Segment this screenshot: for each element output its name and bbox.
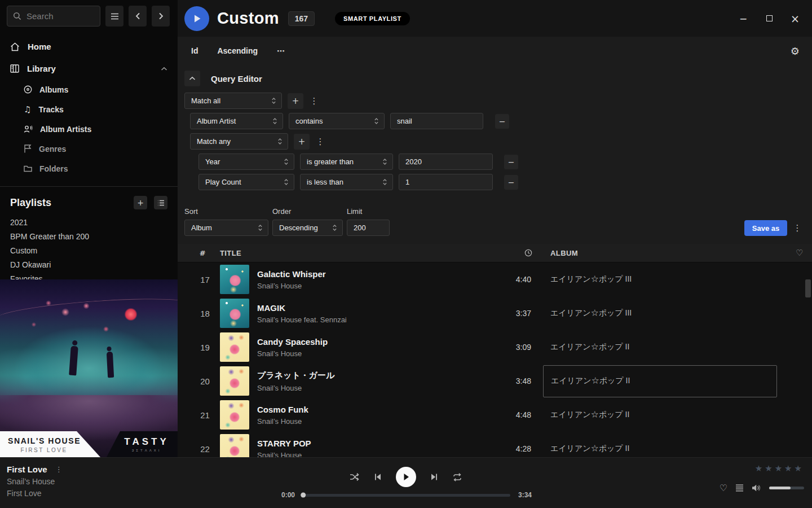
group-menu-button[interactable]: ⋮: [315, 137, 325, 147]
sort-field[interactable]: Id: [191, 46, 198, 55]
remove-rule-button[interactable]: −: [504, 175, 518, 190]
table-row[interactable]: 20 プラネット・ガールSnail’s House 3:48 エイリアン☆ポップ…: [178, 364, 812, 398]
column-favorite heart-icon[interactable]: ♡: [787, 248, 812, 258]
track-album[interactable]: エイリアン☆ポップ III: [550, 296, 787, 330]
playlist-list-button[interactable]: [154, 196, 167, 209]
repeat-button[interactable]: [452, 473, 462, 481]
group-menu-button[interactable]: ⋮: [309, 96, 319, 106]
match-select[interactable]: Match any: [190, 133, 288, 150]
scrollbar-thumb[interactable]: [805, 279, 811, 297]
track-title[interactable]: プラネット・ガール: [257, 370, 488, 381]
rule-field-select[interactable]: Album Artist: [190, 113, 283, 129]
volume-button[interactable]: [752, 484, 761, 492]
rule-value-input[interactable]: [390, 113, 483, 129]
table-row[interactable]: 17 Galactic WhisperSnail’s House 4:40 エイ…: [178, 262, 812, 296]
track-album[interactable]: エイリアン☆ポップ III: [550, 262, 787, 296]
seek-bar[interactable]: [302, 494, 510, 497]
queue-button[interactable]: [735, 484, 744, 492]
track-artist[interactable]: Snail’s House feat. Sennzai: [257, 316, 488, 324]
search-box[interactable]: [7, 6, 100, 27]
now-playing-artist[interactable]: Snail’s House: [7, 477, 63, 486]
minimize-button[interactable]: −: [738, 13, 749, 24]
playlist-item[interactable]: 2021: [0, 215, 178, 229]
close-button[interactable]: ×: [789, 12, 801, 25]
column-album[interactable]: ALBUM: [550, 249, 787, 257]
sidebar-item-albums[interactable]: Albums: [0, 80, 178, 99]
sidebar-item-home[interactable]: Home: [0, 36, 178, 58]
search-input[interactable]: [27, 11, 89, 21]
play-pause-button[interactable]: [396, 467, 416, 487]
remove-rule-button[interactable]: −: [504, 155, 518, 169]
rule-value-input[interactable]: [399, 174, 493, 190]
more-options[interactable]: ⋯: [277, 46, 285, 55]
menu-button[interactable]: [105, 6, 123, 27]
track-artist[interactable]: Snail’s House: [257, 349, 488, 358]
column-number[interactable]: #: [178, 249, 220, 257]
maximize-button[interactable]: [764, 15, 775, 21]
column-title[interactable]: TITLE: [220, 249, 500, 257]
track-title[interactable]: MAGIK: [257, 303, 488, 313]
favorite-button heart-icon[interactable]: ♡: [720, 483, 727, 493]
cover-artist-banner: SNAIL'S HOUSE FIRST LOVE: [0, 431, 100, 457]
track-title[interactable]: Cosmo Funk: [257, 405, 488, 414]
query-editor: Query Editor Match all + ⋮ Album Artist …: [178, 65, 812, 244]
add-rule-button[interactable]: +: [288, 93, 303, 109]
volume-slider[interactable]: [769, 487, 804, 489]
shuffle-button[interactable]: [350, 472, 360, 481]
limit-input[interactable]: [347, 220, 390, 236]
chevron-left-icon: [135, 12, 140, 20]
previous-button[interactable]: [374, 473, 382, 481]
now-playing-cover[interactable]: SNAIL'S HOUSE FIRST LOVE TASTY ЗΣTΛΛXI: [0, 279, 178, 457]
match-select[interactable]: Match all: [184, 93, 282, 109]
track-artist[interactable]: Snail’s House: [257, 384, 488, 392]
playlist-item[interactable]: BPM Greater than 200: [0, 229, 178, 243]
rule-op-select[interactable]: is greater than: [300, 154, 393, 170]
rating-stars[interactable]: ★★★★★: [755, 463, 804, 474]
track-title[interactable]: Galactic Whisper: [257, 269, 488, 279]
add-playlist-button[interactable]: +: [134, 196, 147, 209]
sidebar-item-library[interactable]: Library: [0, 58, 178, 80]
rule-op-select[interactable]: contains: [289, 113, 385, 129]
collapse-query-button[interactable]: [184, 71, 200, 86]
play-icon: [193, 14, 201, 23]
add-rule-button[interactable]: +: [294, 134, 310, 150]
sidebar-item-album-artists[interactable]: Album Artists: [0, 119, 178, 139]
track-title[interactable]: Candy Spaceship: [257, 337, 488, 347]
gear-icon[interactable]: ⚙: [791, 45, 800, 57]
table-row[interactable]: 18 MAGIKSnail’s House feat. Sennzai 3:37…: [178, 296, 812, 330]
seek-handle[interactable]: [301, 493, 306, 498]
save-as-button[interactable]: Save as: [744, 220, 787, 236]
order-select[interactable]: Descending: [272, 220, 343, 236]
back-button[interactable]: [129, 6, 147, 27]
rule-field-select[interactable]: Play Count: [198, 174, 294, 190]
save-menu-button[interactable]: ⋮: [792, 223, 802, 233]
rule-op-select[interactable]: is less than: [300, 174, 393, 190]
chevron-up-icon[interactable]: [161, 67, 167, 71]
track-artist[interactable]: Snail’s House: [257, 417, 488, 426]
sort-select[interactable]: Album: [184, 220, 268, 236]
now-playing-menu-button[interactable]: ⋮: [55, 465, 63, 474]
track-title[interactable]: STARRY POP: [257, 439, 488, 448]
track-number: 19: [178, 343, 220, 352]
playlist-item[interactable]: DJ Okawari: [0, 257, 178, 271]
sidebar-item-genres[interactable]: Genres: [0, 139, 178, 159]
remove-rule-button[interactable]: −: [495, 114, 509, 129]
track-album-focused[interactable]: エイリアン☆ポップ II: [543, 365, 777, 397]
sidebar-item-folders[interactable]: Folders: [0, 159, 178, 178]
table-row[interactable]: 19 Candy SpaceshipSnail’s House 3:09 エイリ…: [178, 330, 812, 364]
playlist-item[interactable]: Custom: [0, 243, 178, 257]
rule-field-select[interactable]: Year: [198, 154, 294, 170]
play-playlist-button[interactable]: [184, 6, 209, 31]
select-chevrons-icon: [382, 178, 387, 186]
now-playing-album[interactable]: First Love: [7, 489, 63, 498]
track-artist[interactable]: Snail’s House: [257, 282, 488, 290]
forward-button[interactable]: [152, 6, 170, 27]
next-button[interactable]: [430, 473, 438, 481]
sort-direction[interactable]: Ascending: [217, 46, 258, 55]
track-album[interactable]: エイリアン☆ポップ II: [550, 330, 787, 364]
track-album[interactable]: エイリアン☆ポップ II: [550, 398, 787, 432]
rule-value-input[interactable]: [399, 154, 493, 170]
column-duration[interactable]: [500, 249, 550, 257]
sidebar-item-tracks[interactable]: ♫ Tracks: [0, 99, 178, 119]
table-row[interactable]: 21 Cosmo FunkSnail’s House 4:48 エイリアン☆ポッ…: [178, 398, 812, 432]
